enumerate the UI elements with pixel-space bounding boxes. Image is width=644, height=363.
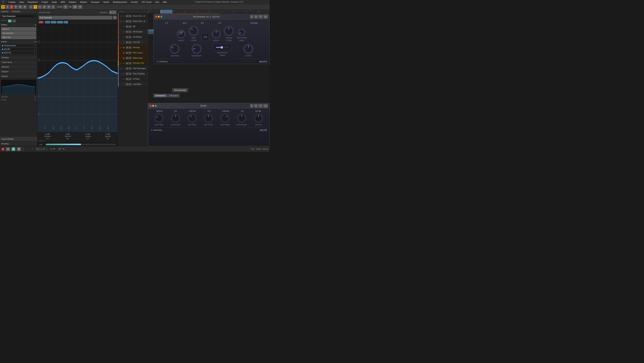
menu-transport[interactable]: Transport: [90, 1, 100, 4]
insert-item-testgenerator[interactable]: TestGenerator ▼: [1, 44, 36, 47]
insert-dropdown-icon[interactable]: ▼: [34, 45, 36, 47]
m-button[interactable]: M: [8, 20, 12, 23]
eq-m5-r-btn[interactable]: R: [250, 104, 254, 108]
menu-vstcloud[interactable]: VST Cloud: [141, 1, 152, 4]
menu-datei[interactable]: Datei: [18, 1, 25, 4]
mode-btn-w[interactable]: W: [18, 5, 22, 9]
eq-m5-minimize-button[interactable]: [152, 105, 154, 107]
track-s-btn-pad2[interactable]: S: [129, 73, 132, 75]
insert-item-eqm5[interactable]: EQ-M5 ▼: [1, 48, 36, 51]
mode-btn-s[interactable]: S: [6, 5, 9, 9]
inserts-header[interactable]: Inserts + ▾: [0, 40, 37, 43]
eq-m5-header[interactable]: EQ-M5 R W 📷 QC: [148, 103, 270, 109]
band-1-lo-btn[interactable]: 1 LO: [45, 21, 50, 24]
track-m-btn-bd[interactable]: M: [126, 26, 128, 28]
track-s-btn-dance[interactable]: S: [129, 57, 132, 59]
akkorde-section[interactable]: Akkorde: [0, 65, 37, 69]
menu-fenster[interactable]: Fenster: [130, 1, 138, 4]
menu-notation[interactable]: Notation: [68, 1, 77, 4]
slider-thumb[interactable]: [221, 46, 223, 49]
mode-btn-a[interactable]: A: [23, 5, 26, 9]
snap-dropdown[interactable]: ▼: [64, 5, 68, 9]
eq-m5-qc-btn[interactable]: QC: [264, 104, 268, 108]
routing2-label[interactable]: Routing: [0, 141, 37, 146]
channel-dropdown[interactable]: Test Generator: [1, 31, 36, 35]
notizen-section[interactable]: Notizen: [0, 69, 37, 74]
quantize-arrow[interactable]: ▼: [78, 5, 82, 9]
plugin-qc-btn[interactable]: QC: [264, 15, 268, 19]
track-s-btn-hh[interactable]: S: [129, 47, 132, 49]
track-s-btn-pad1[interactable]: S: [129, 68, 132, 70]
aufbau-header[interactable]: Aufbau ▸: [0, 23, 37, 27]
track-m-btn-percsn[interactable]: M: [126, 41, 128, 44]
track-name-box[interactable]: Test Generator ✕: [1, 14, 36, 18]
eq-m5-maximize-button[interactable]: [155, 105, 157, 107]
track-m-btn-2[interactable]: M: [126, 20, 128, 23]
eq-p1a-header[interactable]: Test Generator: Ins. 3 - EQ-P1A R W 📷 QC: [154, 14, 270, 20]
channel-name-dropdown[interactable]: Test Generator: [38, 16, 112, 20]
close-button[interactable]: [155, 16, 157, 18]
output-knob[interactable]: [243, 44, 254, 54]
pre-button[interactable]: PRE: [38, 21, 44, 24]
band-4-hi-btn[interactable]: 4 HI: [64, 21, 68, 24]
band-3-hmf-btn[interactable]: 3 HMF: [57, 21, 63, 24]
menu-midi[interactable]: MIDI: [60, 1, 66, 4]
record-button[interactable]: ●: [2, 148, 4, 151]
plugin-r-btn[interactable]: R: [250, 15, 254, 19]
menu-hub[interactable]: Hub: [154, 1, 160, 4]
eq-m5-close-button[interactable]: [150, 105, 152, 107]
track-m-btn-1[interactable]: M: [126, 15, 128, 17]
insert-effekte-label[interactable]: Insert-Effekte: [0, 137, 37, 141]
m5-low-boost-knob[interactable]: [171, 113, 180, 123]
track-close-icon[interactable]: ✕: [34, 15, 35, 17]
low-freq-knob[interactable]: [170, 44, 180, 54]
m5-output-knob[interactable]: [254, 113, 264, 123]
routing-section[interactable]: Routing: [0, 55, 37, 60]
menu-hilfe[interactable]: Hilfe: [162, 1, 168, 4]
atten59-knob[interactable]: [188, 26, 199, 36]
eq-close-btn[interactable]: ✕: [113, 11, 116, 14]
track-s-btn-epiano[interactable]: S: [129, 78, 132, 80]
track-s-btn-1[interactable]: S: [129, 15, 132, 17]
track-m-btn-perc1[interactable]: M: [126, 52, 128, 54]
tool-active[interactable]: ✎: [34, 5, 37, 9]
track-s-btn-sn1[interactable]: S: [129, 31, 132, 33]
tool-3[interactable]: ✂: [38, 5, 42, 9]
inserts2-section[interactable]: Inserts: [0, 74, 37, 79]
track-m-btn-epiano[interactable]: M: [126, 78, 128, 80]
menu-medien[interactable]: Medien: [80, 1, 88, 4]
track-version-section[interactable]: Track Versi...: [0, 60, 37, 65]
menu-bearbeiten[interactable]: Bearbeiten: [27, 1, 38, 4]
inserts-add-icon[interactable]: +: [34, 41, 35, 43]
tool-4[interactable]: ⊕: [42, 5, 46, 9]
input-dropdown[interactable]: Stereo In: [1, 27, 36, 31]
transport-play[interactable]: ▶: [12, 147, 15, 151]
high-atten-freq-knob[interactable]: [238, 28, 246, 36]
track-s-btn-perc1[interactable]: S: [129, 52, 132, 54]
mode-btn-m[interactable]: M: [1, 5, 5, 9]
tool-select[interactable]: ↖: [29, 5, 33, 9]
track-m-btn-bass[interactable]: M: [126, 83, 128, 85]
m5-mid-freq-knob[interactable]: [187, 113, 197, 123]
atten5k-knob[interactable]: [224, 26, 234, 36]
boost-knob[interactable]: [176, 30, 186, 39]
m5-high-freq-knob[interactable]: [220, 113, 230, 123]
menu-projekt[interactable]: Projekt: [41, 1, 49, 4]
track-s-btn-bd[interactable]: S: [129, 26, 132, 28]
track-s-btn-bass[interactable]: S: [129, 83, 132, 85]
quantize-dropdown[interactable]: 1/8: [72, 5, 77, 9]
minimize-button[interactable]: [158, 16, 160, 18]
eq-m5-w-btn[interactable]: W: [254, 104, 258, 108]
insert-dropdown-icon-2[interactable]: ▼: [34, 48, 36, 50]
track-m-btn-hh[interactable]: M: [126, 47, 128, 49]
track-s-btn-2[interactable]: S: [129, 20, 132, 23]
m5-low-freq-knob[interactable]: [154, 113, 164, 123]
track-m-btn-pad2[interactable]: M: [126, 73, 128, 75]
track-m-btn-sn1[interactable]: M: [126, 31, 128, 33]
menu-audio[interactable]: Audio: [51, 1, 58, 4]
insert-item-eqp1a[interactable]: EQ-P1A ▼: [1, 51, 36, 54]
track-m-btn-dance[interactable]: M: [126, 57, 128, 59]
m5-high-boost-knob[interactable]: [237, 113, 246, 123]
transport-stop[interactable]: ⏹: [17, 147, 21, 151]
tool-6[interactable]: ≡: [52, 5, 55, 9]
